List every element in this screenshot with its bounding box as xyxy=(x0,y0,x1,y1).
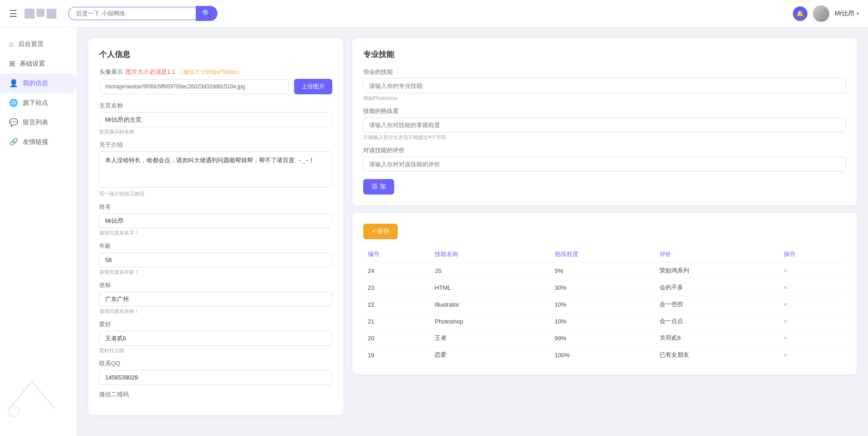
avatar-path-input[interactable] xyxy=(99,79,289,94)
proficiency-input-group: 技能的熟练度 只能输入百分比并且不能超过4个字符 xyxy=(363,107,846,141)
qq-input[interactable] xyxy=(99,370,332,385)
search-button[interactable]: 🔍 xyxy=(196,6,218,21)
col-action: 操作 xyxy=(779,246,846,262)
table-row: 19 恋爱 100% 已有女朋友 × xyxy=(363,347,846,364)
avatar-section: 头像展示 图片大小必须是1:1 （最佳尺寸500px*500px） 上传图片 xyxy=(99,68,332,94)
evaluation-label: 对该技能的评价 xyxy=(363,146,846,154)
sidebar-item-basic-settings[interactable]: ⊞ 基础设置 xyxy=(0,54,77,73)
cell-name: JS xyxy=(430,262,550,279)
location-label: 坐标 xyxy=(99,281,332,289)
cell-name: 恋爱 xyxy=(430,347,550,364)
username[interactable]: Mr比昂 ▾ xyxy=(835,10,859,18)
hobby-section: 爱好 爱好什么呢 xyxy=(99,320,332,354)
skills-form-card: 专业技能 你会的技能 例如Photoshop 技能的熟练度 只能输入百分比并且不… xyxy=(352,38,857,205)
cell-id: 24 xyxy=(363,262,430,279)
skills-table-body: 24 JS 5% 荣如鸿系列 × 23 HTML 30% 会的不多 × 22 I… xyxy=(363,262,846,364)
sidebar-label-basic-settings: 基础设置 xyxy=(20,60,45,68)
cell-delete[interactable]: × xyxy=(779,330,846,347)
add-skill-button[interactable]: 添 加 xyxy=(363,179,394,195)
cell-proficiency: 5% xyxy=(550,262,655,279)
notification-icon[interactable]: 🔔 xyxy=(793,6,807,21)
wechat-section: 微信二维码 xyxy=(99,390,332,399)
location-section: 坐标 请填写真实坐标！ xyxy=(99,281,332,315)
user-icon: 👤 xyxy=(9,79,18,87)
homepage-name-input[interactable] xyxy=(99,112,332,127)
sidebar-label-dashboard: 后台首页 xyxy=(18,40,44,48)
panel-right: 专业技能 你会的技能 例如Photoshop 技能的熟练度 只能输入百分比并且不… xyxy=(352,38,857,425)
delete-skill-button[interactable]: × xyxy=(784,318,787,325)
logo xyxy=(25,9,56,19)
cell-delete[interactable]: × xyxy=(779,296,846,313)
sidebar-item-friend-links[interactable]: 🔗 友情链接 xyxy=(0,132,77,152)
proficiency-input[interactable] xyxy=(363,118,846,133)
logo-block-1 xyxy=(25,9,35,19)
cell-evaluation: 会的不多 xyxy=(655,279,779,296)
sidebar-decoration xyxy=(5,372,59,418)
name-hint: 请填写真实名字！ xyxy=(99,230,332,236)
svg-point-0 xyxy=(8,405,19,416)
delete-skill-button[interactable]: × xyxy=(784,284,787,291)
skill-name-input[interactable] xyxy=(363,78,846,93)
name-section: 姓名 请填写真实名字！ xyxy=(99,203,332,236)
sidebar-item-sub-sites[interactable]: 🌐 旗下站点 xyxy=(0,93,77,113)
chat-icon: 💬 xyxy=(9,118,18,127)
skills-table-card: ✓保存 编号 技能名称 熟练程度 评价 操作 24 JS 5% xyxy=(352,213,857,374)
sidebar-label-sub-sites: 旗下站点 xyxy=(23,99,48,107)
table-row: 20 王者 99% 关羽贰6 × xyxy=(363,330,846,347)
avatar-upload-row: 上传图片 xyxy=(99,79,332,94)
cell-proficiency: 99% xyxy=(550,330,655,347)
cell-delete[interactable]: × xyxy=(779,313,846,330)
age-section: 年龄 请填写真实年龄！ xyxy=(99,242,332,276)
cell-delete[interactable]: × xyxy=(779,347,846,364)
sidebar-item-messages[interactable]: 💬 留言列表 xyxy=(0,113,77,132)
name-label: 姓名 xyxy=(99,203,332,211)
homepage-name-hint: 首页展示的名称 xyxy=(99,128,332,135)
cell-id: 19 xyxy=(363,347,430,364)
evaluation-input[interactable] xyxy=(363,157,846,172)
search-input[interactable] xyxy=(68,7,196,20)
cell-evaluation: 会一些些 xyxy=(655,296,779,313)
delete-skill-button[interactable]: × xyxy=(784,334,787,342)
home-icon: ⌂ xyxy=(9,40,14,48)
cell-id: 22 xyxy=(363,296,430,313)
sidebar-item-dashboard[interactable]: ⌂ 后台首页 xyxy=(0,35,77,54)
avatar-size-label: 图片大小必须是1:1 xyxy=(126,68,175,76)
avatar-label: 头像展示 xyxy=(99,68,123,76)
skill-input-group: 你会的技能 例如Photoshop xyxy=(363,68,846,102)
cell-id: 23 xyxy=(363,279,430,296)
hobby-input[interactable] xyxy=(99,331,332,346)
evaluation-input-group: 对该技能的评价 xyxy=(363,146,846,172)
skills-title: 专业技能 xyxy=(363,49,846,60)
name-input[interactable] xyxy=(99,213,332,228)
cell-delete[interactable]: × xyxy=(779,279,846,296)
qq-label: 联系QQ xyxy=(99,359,332,368)
menu-icon[interactable]: ☰ xyxy=(9,8,17,19)
upload-image-button[interactable]: 上传图片 xyxy=(294,79,332,94)
age-hint: 请填写真实年龄！ xyxy=(99,269,332,276)
about-textarea[interactable] xyxy=(99,151,332,188)
proficiency-label: 技能的熟练度 xyxy=(363,107,846,115)
age-input[interactable] xyxy=(99,252,332,267)
delete-skill-button[interactable]: × xyxy=(784,301,787,308)
cell-delete[interactable]: × xyxy=(779,262,846,279)
sidebar: ⌂ 后台首页 ⊞ 基础设置 👤 我的信息 🌐 旗下站点 💬 留言列表 🔗 友情链… xyxy=(0,27,77,436)
sidebar-item-my-info[interactable]: 👤 我的信息 xyxy=(0,73,77,93)
cell-evaluation: 已有女朋友 xyxy=(655,347,779,364)
col-proficiency: 熟练程度 xyxy=(550,246,655,262)
panel-left: 个人信息 头像展示 图片大小必须是1:1 （最佳尺寸500px*500px） 上… xyxy=(88,38,343,425)
cell-name: Illustrator xyxy=(430,296,550,313)
grid-icon: ⊞ xyxy=(9,59,15,68)
personal-info-title: 个人信息 xyxy=(99,49,332,60)
delete-skill-button[interactable]: × xyxy=(784,267,787,274)
save-button[interactable]: ✓保存 xyxy=(363,224,398,239)
sidebar-label-my-info: 我的信息 xyxy=(23,79,48,87)
homepage-name-label: 主页名称 xyxy=(99,102,332,110)
location-input[interactable] xyxy=(99,292,332,307)
homepage-name-section: 主页名称 首页展示的名称 xyxy=(99,102,332,135)
delete-skill-button[interactable]: × xyxy=(784,351,787,359)
skills-table-head: 编号 技能名称 熟练程度 评价 操作 xyxy=(363,246,846,262)
header-left: ☰ 🔍 xyxy=(9,6,218,21)
logo-block-3 xyxy=(46,9,56,19)
table-row: 23 HTML 30% 会的不多 × xyxy=(363,279,846,296)
table-row: 22 Illustrator 10% 会一些些 × xyxy=(363,296,846,313)
